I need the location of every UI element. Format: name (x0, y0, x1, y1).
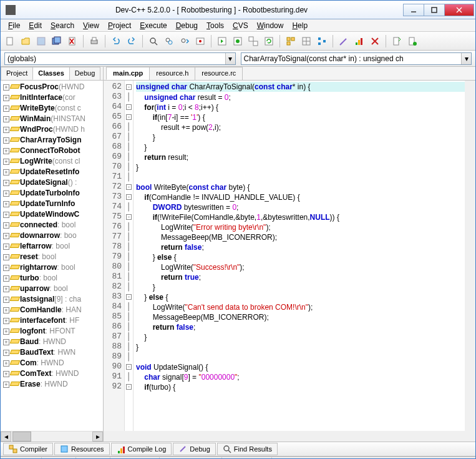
class-item[interactable]: +uparrow : bool (1, 284, 103, 294)
class-item[interactable]: +WriteByte (const c (1, 103, 103, 114)
maximize-button[interactable] (424, 4, 445, 16)
bottom-tab-compiler[interactable]: Compiler (3, 443, 53, 455)
menu-search[interactable]: Search (47, 20, 78, 31)
save-button[interactable] (34, 34, 48, 48)
minimize-button[interactable] (403, 4, 424, 16)
project-options-button[interactable] (299, 34, 313, 48)
svg-rect-46 (118, 451, 120, 453)
svg-rect-26 (287, 37, 290, 41)
compile-run-button[interactable] (246, 34, 260, 48)
new-file-button[interactable] (3, 34, 17, 48)
goto-bookmark-button[interactable] (390, 34, 404, 48)
class-browser-list[interactable]: +FocusProc (HWND+InitInterface (cor+Writ… (1, 81, 103, 431)
menu-help[interactable]: Help (288, 20, 311, 31)
editor-tab-main-cpp[interactable]: main.cpp (106, 67, 150, 80)
save-all-button[interactable] (50, 34, 64, 48)
editor-v-scrollbar[interactable]: ▴ ▾ (465, 81, 475, 431)
menu-project[interactable]: Project (104, 20, 135, 31)
class-item[interactable]: +rightarrow : bool (1, 262, 103, 273)
menu-window[interactable]: Window (253, 20, 288, 31)
class-item[interactable]: +reset : bool (1, 252, 103, 262)
class-item[interactable]: +lastsignal [9] : cha (1, 294, 103, 305)
scope-combo[interactable]: (globals)▾ (4, 52, 236, 65)
left-tab-classes[interactable]: Classes (32, 67, 70, 80)
class-item[interactable]: +Com : HWND (1, 358, 103, 368)
left-tab-debug[interactable]: Debug (69, 67, 100, 80)
bottom-tab-find-results[interactable]: Find Results (217, 443, 278, 455)
class-item[interactable]: +FocusProc (HWND (1, 82, 103, 92)
editor-tab-resource-h[interactable]: resource.h (149, 67, 195, 80)
menu-cvs[interactable]: CVS (229, 20, 252, 31)
class-item[interactable]: +UpdateResetInfo (1, 167, 103, 177)
class-item[interactable]: +InitInterface (cor (1, 92, 103, 103)
member-icon (11, 339, 18, 345)
svg-rect-25 (265, 37, 273, 45)
class-item[interactable]: +connected : bool (1, 220, 103, 230)
editor-tab-resource-rc[interactable]: resource.rc (195, 67, 243, 80)
class-item[interactable]: +leftarrow : bool (1, 241, 103, 252)
toggle-bookmark-button[interactable] (406, 34, 419, 48)
member-combo[interactable]: CharArrayToSignal(const char* in) : unsi… (241, 52, 472, 65)
class-item[interactable]: +ConnectToRobot (1, 146, 103, 156)
left-tab-project[interactable]: Project (1, 67, 33, 80)
menu-execute[interactable]: Execute (136, 20, 170, 31)
code-editor[interactable]: 62 63 64 65 66 67 68 69 70 71 72 73 74 7… (104, 81, 475, 442)
class-item[interactable]: +UpdateSignal () : (1, 177, 103, 188)
close-button[interactable] (444, 4, 474, 16)
svg-rect-43 (9, 445, 13, 449)
svg-rect-32 (318, 37, 321, 40)
editor-tabs: main.cppresource.hresource.rc (104, 67, 475, 81)
svg-rect-48 (123, 447, 125, 453)
run-button[interactable] (231, 34, 245, 48)
panel-h-scrollbar[interactable]: ◂▸ (1, 431, 103, 442)
class-item[interactable]: +logfont : HFONT (1, 326, 103, 337)
bottom-tab-debug[interactable]: Debug (173, 443, 215, 455)
class-item[interactable]: +ComText : HWND (1, 368, 103, 379)
class-item[interactable]: +turbo : bool (1, 273, 103, 284)
menu-debug[interactable]: Debug (172, 20, 202, 31)
bottom-tab-resources[interactable]: Resources (54, 443, 110, 455)
new-class-button[interactable] (284, 34, 298, 48)
member-icon (11, 190, 18, 196)
status-bar: Line: 62 Col: 1 Sel: 0 Lines: 446 Length… (1, 457, 475, 459)
delete-profile-button[interactable] (368, 34, 382, 48)
class-item[interactable]: +ComHandle : HAN (1, 305, 103, 315)
find-button[interactable] (147, 34, 160, 48)
menu-file[interactable]: File (4, 20, 24, 31)
menu-edit[interactable]: Edit (25, 20, 46, 31)
member-icon (11, 201, 18, 207)
rebuild-button[interactable] (262, 34, 276, 48)
class-item[interactable]: +Erase : HWND (1, 379, 103, 390)
print-button[interactable] (87, 34, 101, 48)
class-item[interactable]: +downarrow : boo (1, 230, 103, 241)
debug-button[interactable] (337, 34, 351, 48)
menu-view[interactable]: View (79, 20, 103, 31)
class-item[interactable]: +BaudText : HWN (1, 347, 103, 358)
compile-button[interactable] (215, 34, 229, 48)
fold-gutter[interactable]: -│--││││││--│-│││││││-││││││-│- (125, 81, 134, 431)
close-file-button[interactable] (66, 34, 79, 48)
replace-button[interactable] (162, 34, 176, 48)
redo-button[interactable] (125, 34, 138, 48)
svg-rect-28 (287, 42, 290, 45)
class-item[interactable]: +WndProc (HWND h (1, 124, 103, 135)
class-item[interactable]: +Baud : HWND (1, 337, 103, 347)
member-icon (11, 286, 18, 292)
class-item[interactable]: +LogWrite (const cl (1, 156, 103, 167)
open-button[interactable] (19, 34, 32, 48)
class-item[interactable]: +WinMain (HINSTAN (1, 114, 103, 124)
class-item[interactable]: +interfacefont : HF (1, 315, 103, 326)
class-item[interactable]: +CharArrayToSign (1, 135, 103, 146)
class-browser-button[interactable] (315, 34, 329, 48)
find-next-button[interactable] (178, 34, 192, 48)
code-content[interactable]: unsigned char CharArrayToSignal(const ch… (134, 81, 465, 431)
profile-button[interactable] (352, 34, 366, 48)
class-item[interactable]: +UpdateTurnInfo (1, 199, 103, 209)
bottom-tab-compile-log[interactable]: Compile Log (111, 443, 172, 455)
svg-line-50 (228, 450, 231, 453)
class-item[interactable]: +UpdateTurboInfo (1, 188, 103, 199)
goto-button[interactable] (193, 34, 207, 48)
menu-tools[interactable]: Tools (203, 20, 228, 31)
class-item[interactable]: +UpdateWindowC (1, 209, 103, 220)
undo-button[interactable] (109, 34, 123, 48)
